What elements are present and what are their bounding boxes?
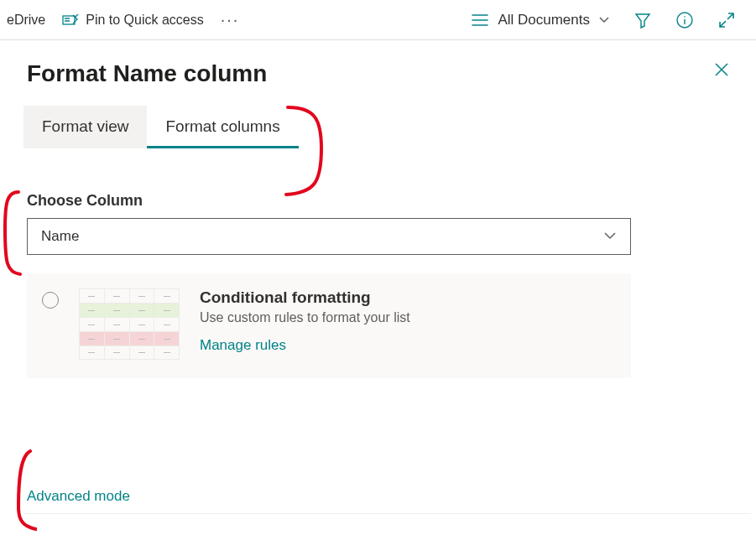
card-title: Conditional formatting	[200, 288, 613, 307]
toolbar-right: All Documents	[471, 11, 749, 29]
choose-column-dropdown[interactable]: Name	[27, 218, 631, 255]
card-body: Conditional formatting Use custom rules …	[200, 288, 613, 354]
tab-format-columns[interactable]: Format columns	[147, 106, 298, 148]
format-tabs: Format view Format columns	[23, 106, 729, 148]
view-label: All Documents	[498, 12, 590, 29]
view-switcher[interactable]: All Documents	[471, 12, 610, 29]
advanced-mode-link[interactable]: Advanced mode	[27, 488, 130, 505]
conditional-formatting-radio[interactable]	[42, 292, 59, 309]
bottom-divider	[23, 513, 751, 514]
svg-point-2	[684, 16, 686, 18]
toolbar-left: eDrive Pin to Quick access ···	[7, 10, 239, 29]
pin-icon	[62, 12, 79, 29]
more-actions-button[interactable]: ···	[221, 10, 240, 29]
list-icon	[471, 13, 489, 28]
panel-title: Format Name column	[27, 60, 729, 87]
chevron-down-icon	[598, 16, 610, 24]
edrive-link[interactable]: eDrive	[7, 13, 45, 28]
card-subtitle: Use custom rules to format your list	[200, 310, 613, 325]
edrive-label: eDrive	[7, 13, 45, 28]
choose-column-value: Name	[41, 228, 79, 245]
format-panel: Format Name column Format view Format co…	[0, 40, 756, 378]
formatting-preview-icon	[79, 288, 180, 360]
manage-rules-link[interactable]: Manage rules	[200, 337, 613, 354]
conditional-formatting-card: Conditional formatting Use custom rules …	[27, 273, 631, 378]
choose-column-label: Choose Column	[27, 192, 729, 210]
top-toolbar: eDrive Pin to Quick access ··· All Doc	[0, 0, 756, 40]
chevron-down-icon	[603, 228, 617, 245]
pin-label: Pin to Quick access	[86, 13, 204, 28]
info-icon[interactable]	[675, 11, 694, 29]
tab-format-view[interactable]: Format view	[23, 106, 147, 148]
expand-icon[interactable]	[717, 11, 736, 29]
pin-quick-access-button[interactable]: Pin to Quick access	[62, 12, 204, 29]
close-button[interactable]	[712, 60, 731, 81]
filter-icon[interactable]	[633, 11, 652, 29]
